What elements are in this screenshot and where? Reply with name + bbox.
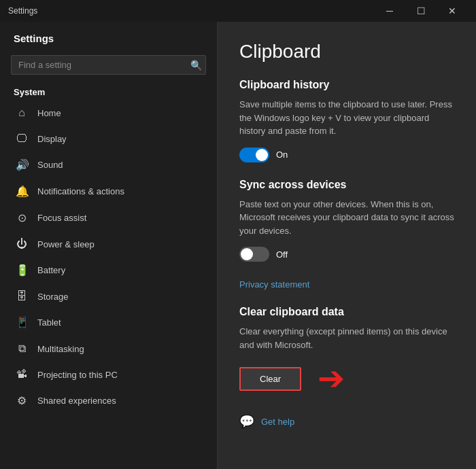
search-icon-button[interactable]: 🔍 <box>190 60 202 71</box>
sidebar-item-focus[interactable]: ⊙ Focus assist <box>0 205 217 231</box>
clipboard-history-desc: Save multiple items to the clipboard to … <box>239 98 454 138</box>
sidebar: Settings 🔍 System ⌂ Home 🖵 Display 🔊 Sou… <box>0 22 218 469</box>
sidebar-item-battery[interactable]: 🔋 Battery <box>0 257 217 283</box>
sidebar-item-home-label: Home <box>37 108 61 118</box>
sidebar-item-shared[interactable]: ⚙ Shared experiences <box>0 387 217 414</box>
sidebar-item-storage[interactable]: 🗄 Storage <box>0 283 217 309</box>
sound-icon: 🔊 <box>16 158 28 171</box>
tablet-icon: 📱 <box>16 316 28 329</box>
app-body: Settings 🔍 System ⌂ Home 🖵 Display 🔊 Sou… <box>0 22 476 469</box>
projecting-icon: 📽 <box>16 368 28 381</box>
sidebar-item-projecting[interactable]: 📽 Projecting to this PC <box>0 362 217 387</box>
sync-devices-title: Sync across devices <box>239 179 454 191</box>
sync-devices-desc: Paste text on your other devices. When t… <box>239 198 454 238</box>
display-icon: 🖵 <box>16 133 28 145</box>
get-help-row: 💬 Get help <box>239 414 454 429</box>
sidebar-item-sound[interactable]: 🔊 Sound <box>0 152 217 178</box>
battery-icon: 🔋 <box>16 264 28 277</box>
sidebar-item-home[interactable]: ⌂ Home <box>0 100 217 126</box>
clipboard-history-toggle[interactable] <box>239 147 269 162</box>
home-icon: ⌂ <box>16 107 28 119</box>
storage-icon: 🗄 <box>16 290 28 302</box>
focus-icon: ⊙ <box>16 211 28 224</box>
close-button[interactable]: ✕ <box>437 0 468 22</box>
sidebar-item-storage-label: Storage <box>37 292 69 302</box>
power-icon: ⏻ <box>16 238 28 250</box>
page-title: Clipboard <box>239 41 454 63</box>
arrow-right-icon: ➔ <box>318 362 345 395</box>
sidebar-item-sound-label: Sound <box>37 160 63 170</box>
toggle-track-on <box>239 147 269 162</box>
toggle-track-off <box>239 247 269 262</box>
search-box: 🔍 <box>11 55 206 75</box>
multitasking-icon: ⧉ <box>16 343 28 355</box>
minimize-button[interactable]: ─ <box>374 0 405 22</box>
clear-button[interactable]: Clear <box>239 367 301 391</box>
sidebar-header: Settings <box>0 22 217 50</box>
sidebar-category: System <box>0 83 217 100</box>
titlebar: Settings ─ ☐ ✕ <box>0 0 476 22</box>
sidebar-item-power[interactable]: ⏻ Power & sleep <box>0 231 217 257</box>
clipboard-history-toggle-row: On <box>239 147 454 162</box>
sidebar-item-notifications[interactable]: 🔔 Notifications & actions <box>0 178 217 205</box>
content-area: Clipboard Clipboard history Save multipl… <box>218 22 476 469</box>
sidebar-item-shared-label: Shared experiences <box>37 396 116 406</box>
privacy-statement-link[interactable]: Privacy statement <box>239 279 309 290</box>
sync-devices-toggle[interactable] <box>239 247 269 262</box>
shared-icon: ⚙ <box>16 394 28 407</box>
clipboard-history-title: Clipboard history <box>239 79 454 91</box>
toggle-thumb <box>256 149 268 161</box>
get-help-link[interactable]: Get help <box>261 417 294 427</box>
sidebar-item-focus-label: Focus assist <box>37 213 86 223</box>
sync-devices-toggle-row: Off <box>239 247 454 262</box>
sidebar-item-multitasking-label: Multitasking <box>37 344 84 354</box>
toggle-thumb-off <box>241 248 253 260</box>
sidebar-item-power-label: Power & sleep <box>37 239 95 249</box>
sidebar-item-battery-label: Battery <box>37 265 65 275</box>
sidebar-item-notifications-label: Notifications & actions <box>37 186 124 196</box>
notifications-icon: 🔔 <box>16 185 28 198</box>
sidebar-item-display-label: Display <box>37 134 67 144</box>
clear-clipboard-title: Clear clipboard data <box>239 306 454 318</box>
window-controls: ─ ☐ ✕ <box>374 0 468 22</box>
maximize-button[interactable]: ☐ <box>405 0 437 22</box>
clear-button-row: Clear ➔ <box>239 362 454 395</box>
help-icon: 💬 <box>239 414 254 429</box>
clipboard-history-toggle-label: On <box>276 150 288 160</box>
sidebar-item-display[interactable]: 🖵 Display <box>0 126 217 152</box>
sidebar-item-tablet-label: Tablet <box>37 317 61 328</box>
sync-devices-toggle-label: Off <box>276 249 288 260</box>
sidebar-item-multitasking[interactable]: ⧉ Multitasking <box>0 336 217 362</box>
sidebar-item-projecting-label: Projecting to this PC <box>37 370 118 380</box>
search-input[interactable] <box>11 55 206 75</box>
app-title: Settings <box>8 6 374 16</box>
clear-clipboard-desc: Clear everything (except pinned items) o… <box>239 325 454 351</box>
sidebar-item-tablet[interactable]: 📱 Tablet <box>0 309 217 336</box>
